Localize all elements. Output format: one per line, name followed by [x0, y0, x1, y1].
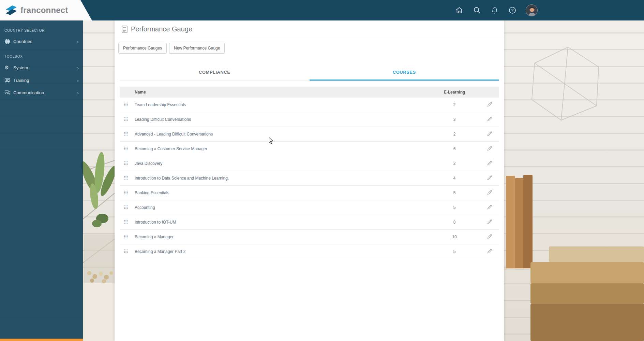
report-icon — [122, 26, 128, 33]
chevron-right-icon: › — [77, 90, 79, 95]
edit-pencil-icon[interactable] — [487, 233, 493, 239]
edit-pencil-icon[interactable] — [487, 219, 493, 225]
page-header: Performance Gauge — [115, 20, 504, 38]
tab-compliance[interactable]: COMPLIANCE — [120, 65, 310, 81]
stacked-books — [530, 246, 644, 341]
tab-bar: COMPLIANCE COURSES — [120, 65, 499, 81]
table-row: Advanced - Leading Difficult Conversatio… — [120, 127, 499, 142]
drag-handle-icon[interactable] — [124, 176, 128, 180]
chevron-right-icon: › — [77, 78, 79, 83]
sidebar-item-system[interactable]: ⚙ System › — [0, 61, 83, 74]
geometric-ornament — [532, 47, 599, 120]
elearning-count: 8 — [429, 215, 480, 230]
course-name: Accounting — [132, 200, 429, 215]
edit-pencil-icon[interactable] — [487, 160, 493, 166]
table-row: Introduction to Data Science and Machine… — [120, 171, 499, 186]
new-performance-gauge-button[interactable]: New Performance Gauge — [169, 43, 225, 54]
elearning-count: 2 — [429, 156, 480, 171]
table-row: Introduction to IOT-UM 8 — [120, 215, 499, 230]
main-panel: Performance Gauge Performance Gauges New… — [115, 20, 504, 341]
edit-pencil-icon[interactable] — [487, 248, 493, 254]
sidebar: COUNTRY SELECTOR Countries › TOOLBOX ⚙ S… — [0, 20, 83, 341]
edit-pencil-icon[interactable] — [487, 175, 493, 181]
elearning-count: 2 — [429, 127, 480, 142]
course-name: Introduction to Data Science and Machine… — [132, 171, 429, 186]
logo-link[interactable]: franconnect — [0, 0, 92, 20]
performance-gauges-button[interactable]: Performance Gauges — [118, 43, 167, 54]
edit-pencil-icon[interactable] — [487, 204, 493, 210]
chevron-right-icon: › — [77, 39, 79, 44]
home-icon[interactable] — [455, 6, 464, 15]
drag-handle-icon[interactable] — [124, 249, 128, 253]
drag-handle-icon[interactable] — [124, 117, 128, 121]
edit-pencil-icon[interactable] — [487, 131, 493, 137]
sidebar-bottom-accent — [0, 339, 83, 341]
chat-bubbles-icon — [4, 90, 13, 95]
table-row: Becoming a Manager Part 2 5 — [120, 244, 499, 259]
franconnect-logo-icon — [5, 4, 18, 16]
table-row: Accounting 5 — [120, 200, 499, 215]
avatar[interactable] — [526, 4, 538, 16]
tab-courses[interactable]: COURSES — [310, 65, 499, 81]
sidebar-item-countries[interactable]: Countries › — [0, 35, 83, 48]
top-header: franconnect ? — [0, 0, 644, 20]
course-name: Java Discovery — [132, 156, 429, 171]
sidebar-section-toolbox: TOOLBOX — [0, 48, 83, 61]
table-row: Team Leadership Essentials 2 — [120, 98, 499, 112]
course-name: Becoming a Manager Part 2 — [132, 244, 429, 259]
table-surface — [83, 283, 115, 341]
course-name: Banking Essentials — [132, 186, 429, 200]
drag-handle-icon[interactable] — [124, 235, 128, 239]
sidebar-item-label: Training — [13, 78, 29, 83]
bell-icon[interactable] — [490, 6, 499, 15]
elearning-count: 5 — [429, 200, 480, 215]
help-icon[interactable]: ? — [508, 6, 517, 15]
drag-handle-icon[interactable] — [124, 146, 128, 151]
table-row: Leading Difficult Conversations 3 — [120, 112, 499, 127]
table-row: Banking Essentials 5 — [120, 186, 499, 200]
chevron-right-icon: › — [77, 65, 79, 70]
edit-column-header — [480, 87, 499, 98]
edit-pencil-icon[interactable] — [487, 101, 493, 107]
course-name: Team Leadership Essentials — [132, 98, 429, 112]
course-name: Advanced - Leading Difficult Conversatio… — [132, 127, 429, 142]
page-title: Performance Gauge — [131, 25, 192, 33]
course-name: Becoming a Manager — [132, 230, 429, 244]
elearning-count: 4 — [429, 171, 480, 186]
logo-text: franconnect — [20, 5, 68, 15]
drag-handle-icon[interactable] — [124, 205, 128, 209]
table-header-row: Name E-Learning — [120, 87, 499, 98]
drag-handle-icon[interactable] — [124, 161, 128, 165]
search-icon[interactable] — [473, 6, 481, 15]
gear-icon: ⚙ — [4, 65, 13, 71]
courses-table: Name E-Learning Team Leadership Essentia… — [120, 87, 499, 259]
elearning-count: 5 — [429, 244, 480, 259]
sidebar-section-country-selector: COUNTRY SELECTOR — [0, 20, 83, 35]
course-name: Becoming a Customer Service Manager — [132, 142, 429, 156]
sidebar-item-training[interactable]: Training › — [0, 74, 83, 86]
sidebar-item-label: Countries — [13, 39, 32, 44]
drag-handle-icon[interactable] — [124, 132, 128, 136]
presentation-icon — [4, 77, 13, 83]
sidebar-item-label: System — [13, 65, 28, 70]
globe-icon — [4, 39, 13, 44]
edit-pencil-icon[interactable] — [487, 116, 493, 122]
edit-pencil-icon[interactable] — [487, 145, 493, 151]
edit-pencil-icon[interactable] — [487, 189, 493, 195]
sidebar-item-communication[interactable]: Communication › — [0, 86, 83, 99]
drag-handle-icon[interactable] — [124, 102, 128, 106]
table-row: Becoming a Manager 10 — [120, 230, 499, 244]
handle-column-header — [120, 87, 132, 98]
elearning-count: 2 — [429, 98, 480, 112]
drag-handle-icon[interactable] — [124, 220, 128, 224]
elearning-count: 5 — [429, 186, 480, 200]
name-column-header: Name — [132, 87, 429, 98]
toolbar: Performance Gauges New Performance Gauge — [115, 38, 504, 58]
table-row: Java Discovery 2 — [120, 156, 499, 171]
course-name: Leading Difficult Conversations — [132, 112, 429, 127]
table-row: Becoming a Customer Service Manager 6 — [120, 142, 499, 156]
elearning-count: 3 — [429, 112, 480, 127]
sidebar-item-label: Communication — [13, 90, 44, 95]
drag-handle-icon[interactable] — [124, 190, 128, 195]
plant-pot — [84, 235, 115, 283]
